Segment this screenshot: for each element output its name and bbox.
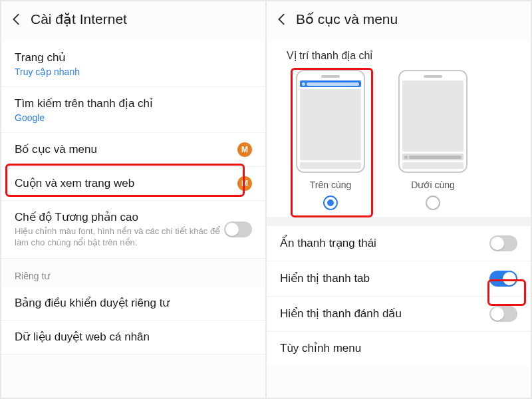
show-tab-toggle[interactable] — [489, 271, 517, 287]
item-contrast-desc: Hiệu chỉnh màu font, hình nền và các chi… — [15, 226, 224, 249]
radio-top[interactable] — [323, 196, 338, 210]
item-contrast-title: Chế độ Tương phản cao — [15, 210, 224, 225]
item-show-tab-title: Hiển thị thanh tab — [280, 271, 489, 286]
option-top-label: Trên cùng — [310, 180, 352, 190]
item-personal-data[interactable]: Dữ liệu duyệt web cá nhân — [1, 321, 265, 354]
item-contrast[interactable]: Chế độ Tương phản cao Hiệu chỉnh màu fon… — [1, 201, 265, 259]
item-home-sub: Truy cập nhanh — [15, 66, 252, 77]
item-layout-title: Bố cục và menu — [15, 142, 237, 157]
item-show-tab[interactable]: Hiển thị thanh tab — [267, 261, 531, 297]
item-custom-menu[interactable]: Tùy chỉnh menu — [267, 332, 531, 365]
item-scroll[interactable]: Cuộn và xem trang web M — [1, 167, 265, 201]
item-hide-status-title: Ẩn thanh trạng thái — [280, 236, 489, 251]
privacy-section-label: Riêng tư — [1, 259, 265, 287]
item-layout-menu[interactable]: Bố cục và menu M — [1, 133, 265, 167]
back-icon[interactable] — [273, 11, 291, 28]
item-custom-menu-title: Tùy chỉnh menu — [280, 341, 517, 356]
divider — [267, 217, 531, 226]
phone-mock-top-icon — [296, 70, 365, 173]
phone-mock-bottom-icon — [398, 70, 467, 173]
item-home[interactable]: Trang chủ Truy cập nhanh — [1, 41, 265, 87]
badge-m-icon: M — [237, 176, 252, 191]
item-privacy-dash-title: Bảng điều khiển duyệt riêng tư — [15, 296, 252, 311]
show-bookmark-toggle[interactable] — [489, 306, 517, 322]
contrast-toggle[interactable] — [224, 221, 252, 237]
back-icon[interactable] — [8, 11, 25, 28]
item-home-title: Trang chủ — [15, 51, 252, 65]
item-search[interactable]: Tìm kiếm trên thanh địa chỉ Google — [1, 87, 265, 133]
address-bar-position-section: Vị trí thanh địa chỉ Trên cùng — [267, 41, 531, 217]
item-privacy-dash[interactable]: Bảng điều khiển duyệt riêng tư — [1, 287, 265, 321]
header-right: Bố cục và menu — [267, 1, 531, 41]
address-bar-title: Vị trí thanh địa chỉ — [287, 49, 517, 62]
internet-settings-pane: Cài đặt Internet Trang chủ Truy cập nhan… — [1, 1, 265, 398]
option-bottom[interactable]: Dưới cùng — [398, 70, 467, 210]
hide-status-toggle[interactable] — [489, 235, 517, 251]
header-left: Cài đặt Internet — [1, 1, 265, 41]
page-title-left: Cài đặt Internet — [31, 11, 127, 27]
item-hide-status[interactable]: Ẩn thanh trạng thái — [267, 226, 531, 261]
badge-m-icon: M — [237, 142, 252, 157]
option-top[interactable]: Trên cùng — [296, 70, 365, 210]
item-scroll-title: Cuộn và xem trang web — [15, 176, 237, 191]
item-personal-data-title: Dữ liệu duyệt web cá nhân — [15, 330, 252, 344]
option-bottom-label: Dưới cùng — [411, 180, 454, 190]
item-show-bookmark[interactable]: Hiển thị thanh đánh dấu — [267, 297, 531, 332]
radio-bottom[interactable] — [426, 196, 440, 210]
page-title-right: Bố cục và menu — [296, 11, 398, 27]
item-search-title: Tìm kiếm trên thanh địa chỉ — [15, 96, 252, 111]
item-show-bookmark-title: Hiển thị thanh đánh dấu — [280, 307, 489, 321]
item-search-sub: Google — [15, 112, 252, 123]
layout-menu-pane: Bố cục và menu Vị trí thanh địa chỉ Trên… — [267, 1, 531, 398]
